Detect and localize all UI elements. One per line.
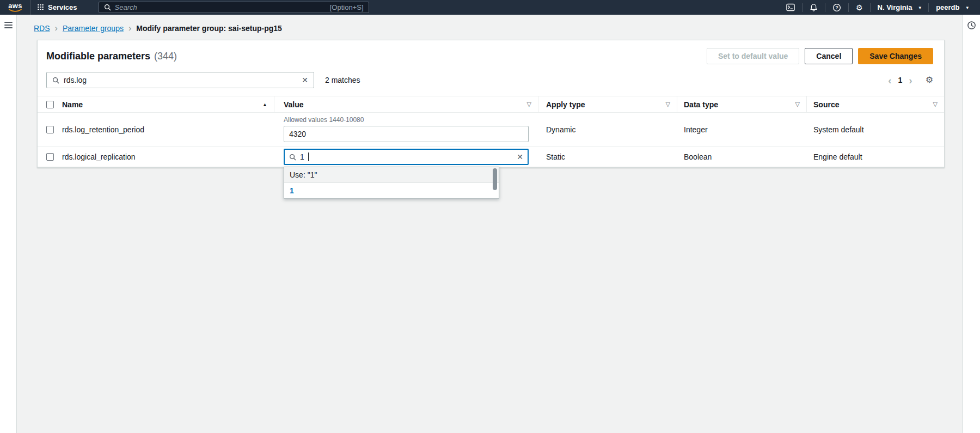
dropdown-scrollbar bbox=[493, 168, 498, 197]
column-header-source[interactable]: Source ▽ bbox=[807, 96, 944, 112]
select-all-cell bbox=[38, 96, 58, 112]
previous-page-icon[interactable]: ‹ bbox=[886, 75, 893, 86]
modifiable-parameters-panel: Modifiable parameters (344) Set to defau… bbox=[37, 40, 945, 168]
account-label: peerdb bbox=[936, 3, 959, 11]
account-menu[interactable]: peerdb ▾ bbox=[929, 0, 976, 15]
top-navigation: aws Services Search [Option+S] ? ⚙ N. Vi… bbox=[0, 0, 980, 15]
set-to-default-button[interactable]: Set to default value bbox=[707, 48, 799, 64]
suggested-value-option[interactable]: 1 bbox=[284, 183, 499, 198]
table-toolbar: rds.log ✕ 2 matches ‹ 1 › ⚙ bbox=[38, 72, 944, 88]
cloudshell-button[interactable] bbox=[779, 0, 802, 15]
caret-down-icon: ▾ bbox=[966, 5, 969, 10]
parameter-value-input[interactable]: 4320 bbox=[284, 126, 529, 142]
search-icon bbox=[104, 4, 111, 11]
data-type-value: Integer bbox=[677, 113, 807, 146]
table-preferences-gear-icon[interactable]: ⚙ bbox=[926, 76, 933, 84]
scrollbar-thumb[interactable] bbox=[493, 168, 497, 190]
allowed-values-hint: Allowed values 1440-10080 bbox=[284, 116, 538, 124]
row-checkbox[interactable] bbox=[46, 126, 54, 133]
header-actions: Set to default value Cancel Save Changes bbox=[707, 48, 933, 64]
panel-title: Modifiable parameters bbox=[46, 51, 150, 62]
clear-value-icon[interactable]: ✕ bbox=[517, 153, 523, 161]
match-count: 2 matches bbox=[325, 76, 360, 84]
input-value: 4320 bbox=[289, 130, 306, 138]
column-header-value[interactable]: Value ▽ bbox=[274, 96, 538, 112]
left-sidebar-rail bbox=[0, 15, 17, 433]
gear-icon: ⚙ bbox=[856, 4, 863, 11]
cloudshell-terminal-icon bbox=[786, 3, 795, 11]
use-typed-value-option[interactable]: Use: "1" bbox=[284, 167, 499, 183]
table-row: rds.logical_replication 1 ✕ Use: "1" 1 bbox=[38, 147, 944, 167]
column-header-data-type[interactable]: Data type ▽ bbox=[677, 96, 807, 112]
filter-column-icon[interactable]: ▽ bbox=[527, 101, 531, 108]
value-suggestions-dropdown: Use: "1" 1 bbox=[284, 167, 499, 199]
search-icon bbox=[289, 154, 296, 161]
cancel-button[interactable]: Cancel bbox=[805, 48, 853, 64]
parameter-name: rds.log_retention_period bbox=[58, 113, 274, 146]
breadcrumb-current-page: Modify parameter group: sai-setup-pg15 bbox=[136, 24, 282, 33]
nav-right-cluster: ? ⚙ N. Virginia ▾ peerdb ▾ bbox=[779, 0, 980, 15]
column-label: Source bbox=[811, 100, 839, 109]
services-grid-icon bbox=[38, 4, 44, 11]
breadcrumb: RDS › Parameter groups › Modify paramete… bbox=[17, 15, 962, 33]
help-button[interactable]: ? bbox=[825, 0, 848, 15]
filter-value: rds.log bbox=[64, 76, 87, 84]
current-page-number[interactable]: 1 bbox=[898, 76, 903, 84]
aws-logo[interactable]: aws bbox=[8, 3, 22, 13]
search-icon bbox=[52, 77, 59, 84]
right-sidebar-rail bbox=[962, 15, 980, 433]
save-changes-button[interactable]: Save Changes bbox=[858, 48, 933, 64]
chevron-right-icon: › bbox=[128, 25, 131, 32]
hamburger-menu-icon[interactable] bbox=[4, 22, 13, 28]
column-header-apply-type[interactable]: Apply type ▽ bbox=[538, 96, 677, 112]
next-page-icon[interactable]: › bbox=[906, 75, 914, 86]
parameter-filter-input[interactable]: rds.log ✕ bbox=[46, 72, 314, 88]
column-label: Name bbox=[62, 100, 83, 109]
region-selector[interactable]: N. Virginia ▾ bbox=[871, 0, 929, 15]
caret-down-icon: ▾ bbox=[919, 5, 922, 10]
breadcrumb-parameter-groups-link[interactable]: Parameter groups bbox=[63, 24, 124, 33]
chevron-right-icon: › bbox=[55, 25, 58, 32]
services-menu[interactable]: Services bbox=[30, 0, 84, 15]
apply-type-value: Static bbox=[538, 147, 677, 167]
column-label: Data type bbox=[682, 100, 718, 109]
filter-column-icon[interactable]: ▽ bbox=[795, 101, 800, 108]
apply-type-value: Dynamic bbox=[538, 113, 677, 146]
parameter-name: rds.logical_replication bbox=[58, 147, 274, 167]
sort-ascending-icon[interactable]: ▲ bbox=[262, 102, 267, 107]
recent-history-clock-icon[interactable] bbox=[967, 21, 976, 30]
row-checkbox[interactable] bbox=[46, 153, 54, 161]
value-cell: Allowed values 1440-10080 4320 bbox=[274, 113, 538, 146]
parameters-table: Name ▲ Value ▽ Apply type ▽ Data type ▽ … bbox=[38, 96, 944, 167]
panel-header: Modifiable parameters (344) Set to defau… bbox=[38, 40, 944, 72]
row-select-cell bbox=[38, 147, 58, 167]
combobox-value: 1 bbox=[300, 153, 304, 161]
global-search-input[interactable]: Search [Option+S] bbox=[99, 2, 369, 13]
panel-count: (344) bbox=[154, 51, 177, 62]
filter-column-icon[interactable]: ▽ bbox=[666, 101, 670, 108]
data-type-value: Boolean bbox=[677, 147, 807, 167]
svg-text:?: ? bbox=[835, 5, 838, 10]
help-icon: ? bbox=[832, 3, 841, 12]
text-cursor bbox=[308, 153, 309, 161]
select-all-checkbox[interactable] bbox=[46, 101, 54, 108]
settings-button[interactable]: ⚙ bbox=[849, 0, 870, 15]
search-shortcut: [Option+S] bbox=[330, 3, 364, 11]
clear-filter-icon[interactable]: ✕ bbox=[302, 76, 308, 84]
filter-column-icon[interactable]: ▽ bbox=[933, 101, 938, 108]
bell-icon bbox=[810, 3, 818, 12]
value-cell: 1 ✕ Use: "1" 1 bbox=[274, 147, 538, 167]
main-content: RDS › Parameter groups › Modify paramete… bbox=[17, 15, 962, 433]
region-label: N. Virginia bbox=[878, 3, 912, 11]
parameter-value-combobox[interactable]: 1 ✕ bbox=[284, 149, 529, 165]
search-placeholder: Search bbox=[115, 3, 137, 11]
column-label: Apply type bbox=[543, 100, 585, 109]
table-row: rds.log_retention_period Allowed values … bbox=[38, 113, 944, 147]
source-value: System default bbox=[807, 113, 944, 146]
aws-smile-icon bbox=[8, 9, 22, 13]
aws-logo-text: aws bbox=[8, 3, 22, 9]
source-value: Engine default bbox=[807, 147, 944, 167]
breadcrumb-rds-link[interactable]: RDS bbox=[34, 24, 50, 33]
column-header-name[interactable]: Name ▲ bbox=[58, 96, 274, 112]
notifications-button[interactable] bbox=[803, 0, 825, 15]
